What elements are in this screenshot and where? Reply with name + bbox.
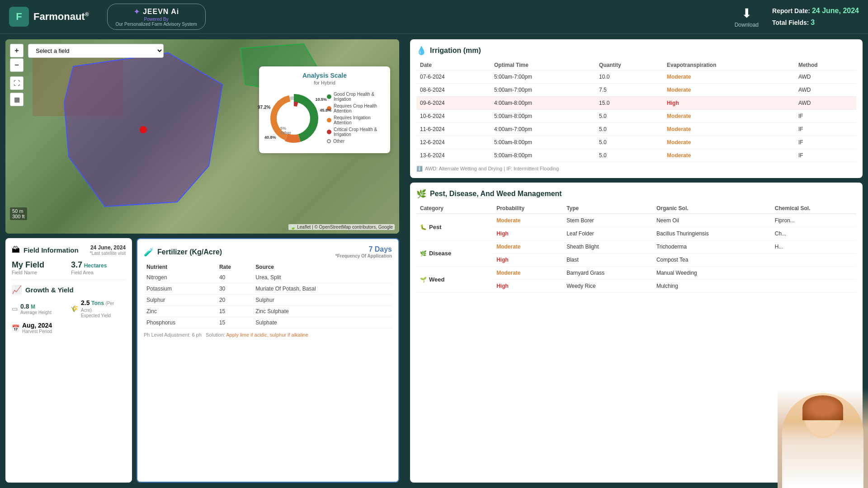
growth-icon: 📈: [12, 285, 22, 295]
avg-height-block: ▭ 0.8 M Average Height: [12, 299, 67, 318]
irr-col-date: Date: [416, 60, 491, 70]
zoom-in-button[interactable]: +: [10, 44, 24, 57]
pest-title: Pest, Disease, And Weed Management: [430, 190, 562, 198]
irrigation-header: 💧 Irrigation (mm): [416, 46, 856, 56]
pest-row: 🌱 Weed Moderate Barnyard Grass Manual We…: [416, 267, 856, 280]
field-select-container[interactable]: Select a field: [28, 44, 164, 58]
irr-evap: Moderate: [663, 123, 795, 136]
yield-icon: 🌾: [71, 305, 78, 312]
rate-cell: 15: [217, 317, 253, 328]
pct-label-458: 45.8%: [320, 108, 331, 113]
chemical-cell: [771, 253, 856, 267]
category-cell: 🌿 Disease: [416, 240, 493, 267]
col-rate: Rate: [217, 262, 253, 272]
irr-col-qty: Quantity: [595, 60, 663, 70]
fertilizer-row: Nitrogen 40 Urea, Split: [144, 272, 392, 283]
chart-legend: Good Crop Health & Irrigation Requires C…: [327, 92, 385, 145]
irr-method: IF: [795, 110, 856, 123]
jeevn-title: JEEVN Ai: [143, 8, 179, 16]
rate-cell: 15: [217, 306, 253, 317]
solution-value: Apply lime if acidic, sulphur if alkalin…: [226, 332, 308, 338]
growth-grid: ▭ 0.8 M Average Height 🌾: [12, 299, 126, 334]
irr-qty: 15.0: [595, 97, 663, 110]
prob-cell: High: [493, 280, 563, 293]
download-icon: ⬇: [741, 6, 752, 21]
source-cell: Muriate Of Potash, Basal: [253, 283, 392, 295]
irrigation-row: 09-6-2024 4:00am-8:00pm 15.0 High AWD: [416, 97, 856, 110]
harvest-block: 📅 Aug, 2024 Harvest Period: [12, 322, 126, 334]
irr-method: AWD: [795, 97, 856, 110]
irr-qty: 5.0: [595, 110, 663, 123]
irr-optimal: 5:00am-8:00pm: [491, 136, 595, 149]
ph-label: Ph Level Adjustment:: [144, 332, 190, 338]
field-select[interactable]: Select a field: [28, 44, 164, 58]
jeevn-badge: ✦ JEEVN Ai Powered By Our Personalized F…: [107, 4, 206, 30]
type-cell: Leaf Folder: [563, 227, 653, 240]
download-button[interactable]: ⬇ Download: [735, 6, 759, 28]
pct-label-408: 40.8%: [264, 135, 276, 140]
solution-label: Solution:: [206, 332, 225, 338]
irrigation-row: 08-6-2024 5:00am-7:00pm 7.5 Moderate AWD: [416, 84, 856, 97]
nutrient-cell: Zinc: [144, 306, 217, 317]
source-cell: Urea, Split: [253, 272, 392, 283]
nutrient-cell: Nitrogen: [144, 272, 217, 283]
nutrient-cell: Phosphorus: [144, 317, 217, 328]
fullscreen-button[interactable]: ⛶: [10, 76, 24, 90]
analysis-popup: Analysis Scale for Hybrid: [259, 66, 390, 153]
total-fields: Total Fields: 3: [772, 17, 859, 28]
category-cell: 🌱 Weed: [416, 267, 493, 293]
irr-qty: 7.5: [595, 84, 663, 97]
irr-evap: Moderate: [663, 110, 795, 123]
field-icon: 🏔: [12, 245, 20, 255]
download-label: Download: [735, 22, 759, 28]
map-container[interactable]: + − ⛶ ▦ Select a field 50 m 300 ft: [5, 39, 399, 234]
prob-cell: Moderate: [493, 267, 563, 280]
irrigation-title: Irrigation (mm): [430, 47, 481, 55]
pest-col-type: Type: [563, 203, 653, 214]
irr-col-evap: Evapotranspiration: [663, 60, 795, 70]
analysis-subtitle: for Hybrid: [264, 80, 385, 85]
zoom-out-button[interactable]: −: [10, 58, 24, 72]
fertilizer-table: Nutrient Rate Source Nitrogen 40 Urea, S…: [144, 262, 392, 328]
fertilizer-row: Phosphorus 15 Sulphate: [144, 317, 392, 328]
fertilizer-row: Zinc 15 Zinc Sulphate: [144, 306, 392, 317]
jeevn-subtitle: Our Personalized Farm Advisory System: [116, 22, 197, 27]
irr-optimal: 5:00am-8:00pm: [491, 110, 595, 123]
pest-table: Category Probability Type Organic Sol. C…: [416, 203, 856, 293]
chemical-cell: [771, 267, 856, 280]
pest-icon: 🌿: [416, 189, 426, 199]
height-icon: ▭: [12, 305, 18, 312]
report-info: Report Date: 24 June, 2024 Total Fields:…: [772, 5, 859, 28]
map-scale: 50 m 300 ft: [10, 207, 27, 220]
pest-col-organic: Organic Sol.: [653, 203, 771, 214]
field-name-label: Field Name: [12, 270, 66, 275]
legend-good: Good Crop Health & Irrigation: [327, 92, 385, 102]
field-info-card: 🏔 Field Information 24 June, 2024 *Last …: [5, 238, 132, 483]
irr-col-method: Method: [795, 60, 856, 70]
logo-area: F Farmonaut® ✦ JEEVN Ai Powered By Our P…: [9, 4, 206, 30]
fert-days: 7 Days *Frequency Of Application: [335, 245, 392, 258]
report-date: Report Date: 24 June, 2024: [772, 5, 859, 17]
irr-optimal: 5:00am-7:00pm: [491, 70, 595, 84]
pct-label-105: 10.5%: [315, 97, 327, 102]
irr-date: 08-6-2024: [416, 84, 491, 97]
yield-text: 2.5 Tons (Per Acre) Expected Yield: [81, 299, 126, 318]
field-info-grid: My Field Field Name 3.7 Hectares Field A…: [12, 260, 126, 275]
organic-cell: Bacillus Thuringiensis: [653, 227, 771, 240]
layer-button[interactable]: ▦: [10, 93, 24, 106]
avg-height-text: 0.8 M Average Height: [20, 303, 52, 315]
field-name-block: My Field Field Name: [12, 260, 66, 275]
organic-cell: Manual Weeding: [653, 267, 771, 280]
avatar-figure: [782, 393, 863, 488]
field-area-value: 3.7 Hectares: [71, 260, 126, 270]
harvest-text: Aug, 2024 Harvest Period: [22, 322, 52, 334]
rate-cell: 20: [217, 295, 253, 306]
pest-col-cat: Category: [416, 203, 493, 214]
source-cell: Sulphur: [253, 295, 392, 306]
pest-row: 🌿 Disease Moderate Sheath Blight Trichod…: [416, 240, 856, 253]
analysis-title: Analysis Scale: [264, 72, 385, 79]
irr-date: 10-6-2024: [416, 110, 491, 123]
col-nutrient: Nutrient: [144, 262, 217, 272]
map-attribution: 🍃 Leaflet | © OpenStreetMap contributors…: [288, 224, 395, 230]
chemical-cell: Fipron...: [771, 214, 856, 227]
